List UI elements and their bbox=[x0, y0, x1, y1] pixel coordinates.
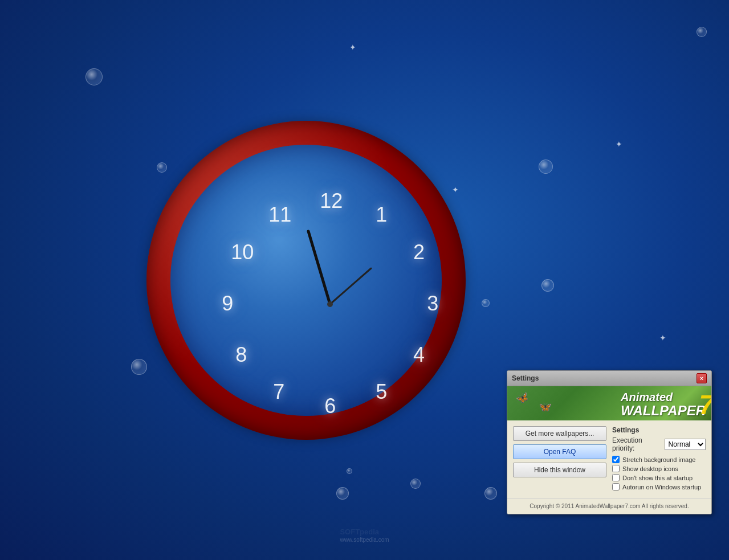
settings-options-panel: Settings Execution priority: Normal Low … bbox=[612, 426, 706, 492]
settings-body: Get more wallpapers... Open FAQ Hide thi… bbox=[507, 420, 711, 498]
header-logo: Animated WALLPAPER bbox=[621, 391, 706, 418]
clock-number: 10 bbox=[231, 240, 251, 264]
priority-row: Execution priority: Normal Low High bbox=[612, 436, 706, 452]
priority-select[interactable]: Normal Low High bbox=[665, 439, 706, 450]
autorun-label: Autorun on Windows startup bbox=[622, 484, 701, 490]
bubble bbox=[347, 468, 352, 474]
settings-titlebar: Settings × bbox=[507, 371, 711, 386]
butterfly-icon: 🦋 bbox=[514, 390, 530, 406]
close-button[interactable]: × bbox=[697, 373, 707, 383]
clock-number: 3 bbox=[422, 292, 443, 316]
star-icon: ✦ bbox=[659, 333, 666, 342]
autorun-checkbox[interactable] bbox=[612, 483, 620, 490]
autorun-checkbox-row: Autorun on Windows startup bbox=[612, 483, 706, 490]
bubble bbox=[484, 487, 497, 500]
star-icon: ✦ bbox=[616, 140, 622, 149]
bubble bbox=[539, 160, 553, 174]
logo-number: 7 bbox=[699, 389, 711, 420]
bubble bbox=[131, 359, 147, 375]
clock-container: 121234567891011 bbox=[146, 121, 466, 440]
priority-label: Execution priority: bbox=[612, 436, 661, 452]
watermark-line1: SOFTpedia bbox=[340, 528, 379, 536]
open-faq-button[interactable]: Open FAQ bbox=[513, 444, 606, 459]
clock-number: 8 bbox=[231, 343, 251, 367]
desktop-icons-checkbox-row: Show desktop icons bbox=[612, 465, 706, 472]
no-startup-label: Don't show this at startup bbox=[622, 475, 693, 481]
stretch-label: Stretch background image bbox=[622, 456, 695, 463]
clock-number: 12 bbox=[320, 189, 340, 213]
desktop-icons-checkbox[interactable] bbox=[612, 465, 620, 472]
watermark-line2: www.softpedia.com bbox=[340, 537, 389, 543]
clock-number: 5 bbox=[371, 380, 392, 404]
hide-window-button[interactable]: Hide this window bbox=[513, 463, 606, 477]
no-startup-checkbox[interactable] bbox=[612, 474, 620, 481]
clock-number: 4 bbox=[409, 343, 429, 367]
settings-header-image: 🦋 🦋 Animated WALLPAPER 7 bbox=[507, 386, 711, 420]
svg-line-0 bbox=[308, 231, 330, 304]
bubble bbox=[541, 279, 554, 292]
bubble bbox=[697, 27, 707, 37]
clock-number: 9 bbox=[217, 292, 238, 316]
bubble bbox=[336, 487, 349, 500]
clock-number: 7 bbox=[268, 380, 289, 404]
get-more-wallpapers-button[interactable]: Get more wallpapers... bbox=[513, 426, 606, 441]
settings-footer: Copyright © 2011 AnimatedWallpaper7.com … bbox=[507, 498, 711, 514]
desktop-icons-label: Show desktop icons bbox=[622, 465, 678, 472]
clock-number: 1 bbox=[371, 203, 392, 227]
settings-title: Settings bbox=[512, 374, 539, 382]
no-startup-checkbox-row: Don't show this at startup bbox=[612, 474, 706, 481]
svg-point-2 bbox=[327, 301, 333, 307]
logo-line1: Animated bbox=[621, 391, 706, 403]
butterfly-icon-2: 🦋 bbox=[537, 399, 552, 414]
logo-line2: WALLPAPER bbox=[621, 403, 706, 418]
bubble bbox=[410, 479, 421, 489]
bubble bbox=[85, 68, 103, 85]
watermark: SOFTpedia www.softpedia.com bbox=[340, 528, 389, 543]
clock-number: 2 bbox=[409, 240, 429, 264]
settings-window: Settings × 🦋 🦋 Animated WALLPAPER 7 Get … bbox=[507, 370, 712, 514]
stretch-checkbox-row: Stretch background image bbox=[612, 456, 706, 463]
stretch-checkbox[interactable] bbox=[612, 456, 620, 463]
settings-section-label: Settings bbox=[612, 426, 706, 434]
svg-line-1 bbox=[330, 268, 371, 304]
clock-number: 6 bbox=[320, 394, 340, 418]
clock-number: 11 bbox=[268, 203, 289, 227]
star-icon: ✦ bbox=[349, 43, 356, 52]
settings-buttons-panel: Get more wallpapers... Open FAQ Hide thi… bbox=[513, 426, 606, 492]
bubble bbox=[482, 299, 490, 307]
clock-face: 121234567891011 bbox=[170, 145, 442, 416]
